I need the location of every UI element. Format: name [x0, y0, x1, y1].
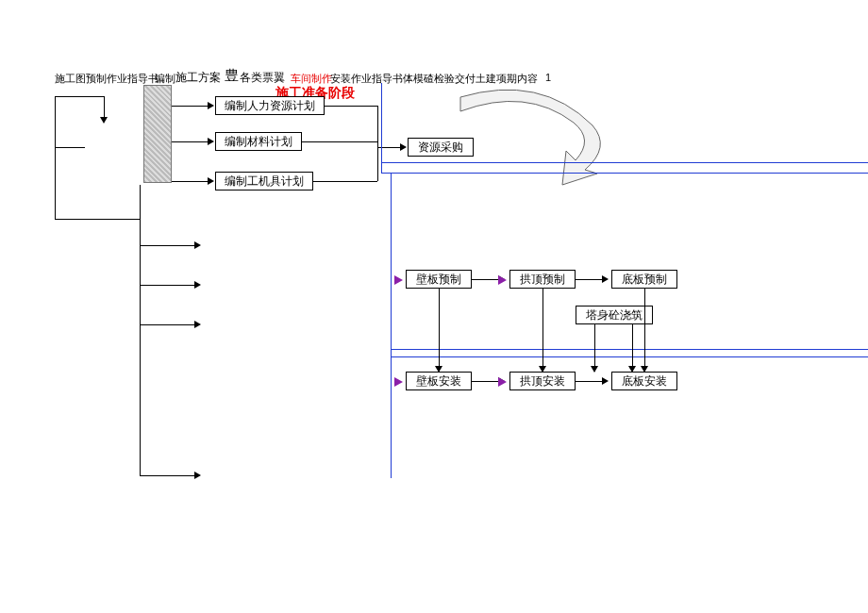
- hdr-seg2: 编制: [155, 72, 175, 86]
- box-arch-prefab: 拱顶预制: [509, 270, 576, 289]
- triangle-bullet-icon: [498, 377, 507, 387]
- arrow-down-icon: [641, 366, 648, 373]
- arrow-right-icon: [194, 321, 201, 328]
- arrow-right-icon: [208, 102, 214, 109]
- arrow-right-icon: [208, 138, 214, 145]
- hdr-seg6: 车间制作: [291, 72, 332, 86]
- hdr-seg8: 1: [545, 72, 551, 83]
- hdr-seg3: 施工方案: [175, 70, 221, 86]
- box-wall-prefab: 壁板预制: [406, 270, 472, 289]
- hdr-seg4: 豊: [225, 67, 239, 85]
- arrow-right-icon: [194, 241, 201, 249]
- box-tower-pour: 塔身砼浇筑: [576, 306, 653, 324]
- arrow-down-icon: [539, 366, 546, 373]
- box-base-install: 底板安装: [611, 372, 677, 390]
- box-plan-tools: 编制工机具计划: [215, 172, 313, 191]
- arrow-down-icon: [591, 366, 598, 373]
- hdr-seg5: 各类票翼: [240, 70, 285, 86]
- box-arch-install: 拱顶安装: [509, 372, 576, 390]
- arrow-down-icon: [628, 366, 636, 373]
- arrow-right-icon: [602, 377, 609, 385]
- diagram-canvas: 施工图预制作业指导书 编制 施工方案 豊 各类票翼 车间制作 安装作业指导书体模…: [0, 0, 868, 613]
- arrow-right-icon: [602, 275, 609, 283]
- arrow-down-icon: [100, 117, 108, 124]
- box-base-prefab: 底板预制: [611, 270, 677, 289]
- vertical-divider: [143, 85, 172, 183]
- triangle-bullet-icon: [498, 275, 507, 285]
- arrow-right-icon: [194, 281, 201, 289]
- arrow-right-icon: [208, 177, 214, 185]
- hdr-seg1: 施工图预制作业指导书: [55, 72, 159, 86]
- triangle-bullet-icon: [394, 275, 403, 285]
- triangle-bullet-icon: [394, 377, 403, 387]
- arrow-right-icon: [400, 143, 407, 151]
- arrow-down-icon: [435, 366, 442, 373]
- box-plan-hr: 编制人力资源计划: [215, 96, 325, 115]
- box-plan-material: 编制材料计划: [215, 132, 302, 151]
- box-wall-install: 壁板安装: [406, 372, 472, 390]
- arrow-right-icon: [194, 472, 201, 479]
- curved-arrow-icon: [451, 83, 621, 187]
